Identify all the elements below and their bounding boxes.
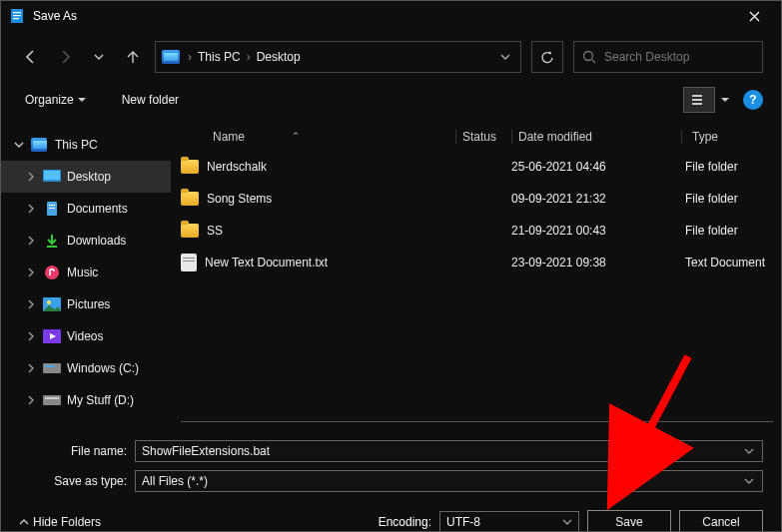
file-type: File folder (681, 160, 781, 174)
svg-rect-5 (692, 95, 702, 97)
footer: Hide Folders Encoding: UTF-8 Save Cancel (1, 496, 781, 532)
organize-button[interactable]: Organize (19, 89, 92, 111)
filename-label: File name: (19, 444, 127, 458)
column-headers: Name⌃ Status Date modified Type (171, 123, 781, 151)
svg-rect-20 (43, 395, 61, 405)
back-button[interactable] (19, 45, 43, 69)
up-button[interactable] (121, 45, 145, 69)
filetype-label: Save as type: (19, 474, 127, 488)
filetype-dropdown[interactable] (742, 476, 756, 486)
tree-label: Music (67, 266, 98, 279)
folder-icon (181, 160, 199, 174)
file-list-pane: Name⌃ Status Date modified Type Nerdscha… (171, 123, 781, 424)
textfile-icon (181, 254, 197, 271)
tree-label: My Stuff (D:) (67, 393, 134, 407)
tree-documents[interactable]: Documents (1, 193, 171, 225)
tree-videos[interactable]: Videos (1, 320, 171, 352)
sort-caret-icon: ⌃ (291, 130, 301, 144)
svg-rect-18 (43, 363, 61, 373)
file-name: Nerdschalk (207, 160, 267, 174)
svg-rect-6 (692, 99, 702, 101)
column-type[interactable]: Type (681, 130, 781, 144)
body-split: This PC Desktop Documents Downloads Musi… (1, 123, 781, 424)
horizontal-scrollbar[interactable] (181, 421, 773, 422)
save-button[interactable]: Save (587, 510, 671, 532)
svg-rect-2 (13, 15, 21, 16)
tree-label: This PC (55, 138, 98, 152)
chevron-right-icon (25, 204, 37, 214)
filename-dropdown[interactable] (742, 446, 756, 456)
svg-rect-3 (13, 18, 19, 19)
tree-label: Videos (67, 329, 103, 343)
tree-music[interactable]: Music (1, 257, 171, 288)
encoding-select[interactable]: UTF-8 (439, 511, 579, 532)
drive-icon (43, 392, 61, 408)
chevron-right-icon (25, 331, 37, 341)
recent-dropdown[interactable] (87, 45, 111, 69)
file-name: Song Stems (207, 192, 272, 206)
folder-tree: This PC Desktop Documents Downloads Musi… (1, 123, 171, 424)
svg-point-16 (47, 300, 51, 304)
tree-this-pc[interactable]: This PC (1, 129, 171, 161)
help-button[interactable]: ? (743, 90, 763, 110)
title-bar: Save As (1, 1, 781, 31)
file-name: SS (207, 224, 223, 238)
file-row[interactable]: SS21-09-2021 00:43File folder (171, 215, 781, 247)
search-input[interactable]: Search Desktop (573, 41, 763, 73)
new-folder-button[interactable]: New folder (116, 89, 185, 111)
tree-desktop[interactable]: Desktop (1, 161, 171, 193)
cancel-button[interactable]: Cancel (679, 510, 763, 532)
filename-input[interactable] (135, 440, 763, 462)
search-placeholder: Search Desktop (604, 50, 689, 64)
search-icon (582, 50, 596, 64)
chevron-down-icon (562, 517, 572, 527)
chevron-right-icon (25, 363, 37, 373)
hide-folders-button[interactable]: Hide Folders (19, 515, 101, 529)
close-button[interactable] (731, 1, 777, 31)
file-type: File folder (681, 224, 781, 238)
file-date: 25-06-2021 04:46 (511, 160, 681, 174)
svg-rect-21 (45, 397, 59, 399)
toolbar: Organize New folder ? (1, 83, 781, 123)
pictures-icon (43, 296, 61, 312)
view-options-button[interactable] (683, 87, 715, 113)
address-bar[interactable]: › This PC › Desktop (155, 41, 521, 73)
file-row[interactable]: Nerdschalk25-06-2021 04:46File folder (171, 151, 781, 183)
tree-drive-d[interactable]: My Stuff (D:) (1, 384, 171, 416)
file-name: New Text Document.txt (205, 256, 328, 269)
column-name[interactable]: Name⌃ (181, 130, 455, 144)
refresh-button[interactable] (531, 41, 563, 73)
tree-drive-c[interactable]: Windows (C:) (1, 352, 171, 384)
breadcrumb-current[interactable]: Desktop (257, 50, 301, 64)
svg-rect-7 (692, 103, 702, 105)
svg-rect-11 (49, 205, 55, 206)
svg-rect-9 (44, 171, 60, 180)
column-date[interactable]: Date modified (511, 130, 681, 144)
tree-downloads[interactable]: Downloads (1, 225, 171, 257)
notepad-icon (9, 8, 25, 24)
file-row[interactable]: Song Stems09-09-2021 21:32File folder (171, 183, 781, 215)
address-dropdown[interactable] (496, 52, 514, 62)
chevron-right-icon: › (188, 50, 192, 64)
downloads-icon (43, 233, 61, 249)
desktop-icon (43, 169, 61, 185)
breadcrumb-root[interactable]: This PC (198, 50, 241, 64)
chevron-right-icon (25, 172, 37, 182)
tree-label: Pictures (67, 297, 110, 311)
forward-button[interactable] (53, 45, 77, 69)
chevron-right-icon (25, 299, 37, 309)
file-date: 23-09-2021 09:38 (511, 256, 681, 269)
svg-rect-12 (49, 208, 55, 209)
filetype-select[interactable]: All Files (*.*) (135, 470, 763, 492)
folder-icon (181, 224, 199, 238)
svg-rect-1 (13, 12, 21, 13)
view-dropdown[interactable] (719, 94, 731, 106)
file-row[interactable]: New Text Document.txt23-09-2021 09:38Tex… (171, 247, 781, 278)
svg-point-4 (584, 52, 593, 61)
chevron-right-icon (25, 267, 37, 277)
this-pc-icon (162, 50, 180, 64)
tree-pictures[interactable]: Pictures (1, 288, 171, 320)
column-status[interactable]: Status (455, 130, 511, 144)
file-type: Text Document (681, 256, 781, 269)
tree-label: Documents (67, 202, 128, 216)
